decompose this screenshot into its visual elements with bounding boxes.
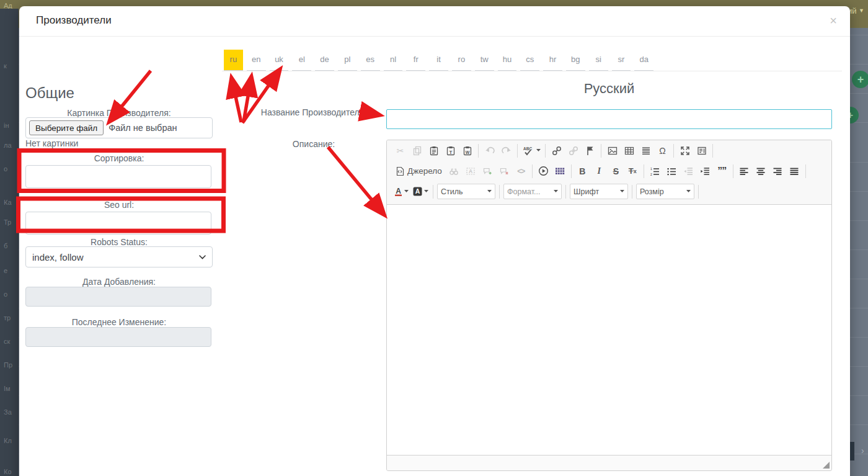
undo-icon[interactable]: [481, 143, 498, 158]
tab-hu[interactable]: hu: [498, 50, 517, 71]
copy-icon[interactable]: [409, 143, 425, 158]
source-button[interactable]: Джерело: [392, 163, 446, 179]
tab-de[interactable]: de: [315, 50, 334, 71]
date-added-input: [25, 287, 211, 307]
toolbar-separator: [673, 144, 674, 158]
sidebar-fragment: о: [4, 165, 7, 173]
caret-down-icon: ▼: [859, 7, 864, 14]
spellcheck-icon[interactable]: ABC: [520, 143, 542, 158]
toolbar-separator: [565, 185, 566, 199]
robots-status-select[interactable]: index, follow: [25, 246, 213, 267]
scayt-disable-icon[interactable]: [496, 163, 513, 179]
tab-pl[interactable]: pl: [338, 50, 357, 71]
grid-plugin-icon[interactable]: [552, 163, 569, 179]
tab-fr[interactable]: fr: [406, 50, 425, 71]
paste-from-word-icon[interactable]: W: [459, 143, 476, 158]
date-modified-input: [25, 327, 211, 347]
paste-plain-text-icon[interactable]: T: [442, 143, 459, 158]
sidebar-fragment: ін: [4, 122, 9, 129]
font-combo-label: Шрифт: [574, 187, 599, 196]
special-char-icon[interactable]: Ω: [654, 143, 671, 158]
tab-da[interactable]: da: [634, 50, 653, 71]
manufacturer-name-input[interactable]: [386, 109, 832, 129]
toolbar-separator: [601, 144, 601, 158]
code-snippet-icon[interactable]: <>: [513, 163, 529, 179]
editor-statusbar: [387, 455, 831, 470]
tab-ru[interactable]: ru: [224, 50, 243, 71]
show-blocks-icon[interactable]: [693, 143, 710, 158]
toolbar-separator: [712, 144, 713, 158]
tab-es[interactable]: es: [361, 50, 380, 71]
modal-title: Производители: [36, 14, 112, 27]
font-combo[interactable]: Шрифт: [570, 184, 628, 199]
align-center-icon[interactable]: [753, 163, 769, 179]
tab-nl[interactable]: nl: [384, 50, 403, 71]
redo-icon[interactable]: [498, 143, 515, 158]
media-embed-icon[interactable]: [535, 163, 552, 179]
svg-text:A: A: [396, 187, 401, 195]
scayt-enable-icon[interactable]: [479, 163, 496, 179]
format-combo[interactable]: Формат...: [503, 184, 562, 199]
paste-icon[interactable]: [425, 143, 442, 158]
date-added-label: Дата Добавления:: [25, 277, 213, 287]
image-icon[interactable]: [604, 143, 621, 158]
replace-icon[interactable]: A: [463, 163, 479, 179]
align-justify-icon[interactable]: [786, 163, 803, 179]
sort-label: Сортировка:: [25, 153, 213, 163]
general-section-heading: Общие: [25, 84, 74, 102]
seo-url-label: Seo url:: [25, 200, 213, 210]
sidebar-fragment: Тр: [4, 218, 11, 226]
manufacturer-name-label: Название Производителя:: [246, 107, 382, 117]
tab-ro[interactable]: ro: [452, 50, 471, 71]
toolbar-separator: [571, 164, 572, 178]
maximize-icon[interactable]: [676, 143, 693, 158]
editor-content-area[interactable]: [387, 205, 831, 456]
style-combo[interactable]: Стиль: [437, 184, 495, 199]
tab-si[interactable]: si: [589, 50, 608, 71]
seo-url-input[interactable]: [25, 212, 211, 235]
tab-bg[interactable]: bg: [566, 50, 585, 71]
caret-down-icon: [620, 190, 624, 193]
tab-uk[interactable]: uk: [270, 50, 289, 71]
bulleted-list-icon[interactable]: [663, 163, 680, 179]
numbered-list-icon[interactable]: 12: [647, 163, 663, 179]
resize-handle[interactable]: [823, 462, 830, 469]
tab-en[interactable]: en: [247, 50, 266, 71]
indent-icon[interactable]: [697, 163, 714, 179]
source-icon: [396, 166, 404, 176]
find-icon[interactable]: [446, 163, 463, 179]
tab-cs[interactable]: cs: [520, 50, 539, 71]
unlink-icon[interactable]: [565, 143, 582, 158]
table-icon[interactable]: [621, 143, 637, 158]
size-combo-label: Розмір: [640, 187, 664, 196]
sidebar-fragment: тр: [4, 314, 11, 321]
outdent-icon[interactable]: [680, 163, 697, 179]
add-button-background[interactable]: +: [852, 71, 868, 88]
bold-button[interactable]: B: [574, 163, 591, 179]
tab-tw[interactable]: tw: [475, 50, 494, 71]
close-icon[interactable]: ×: [825, 12, 841, 29]
align-right-icon[interactable]: [769, 163, 786, 179]
bg-color-button[interactable]: A: [410, 184, 430, 199]
format-combo-label: Формат...: [507, 187, 540, 196]
tab-hr[interactable]: hr: [543, 50, 562, 71]
tab-it[interactable]: it: [429, 50, 448, 71]
choose-file-button[interactable]: Выберите файл: [29, 120, 104, 135]
file-input[interactable]: Выберите файл Файл не выбран: [25, 117, 213, 138]
italic-button[interactable]: I: [591, 163, 608, 179]
remove-format-button[interactable]: Tx: [624, 163, 641, 179]
size-combo[interactable]: Розмір: [636, 184, 694, 199]
cut-icon[interactable]: ✂: [392, 143, 409, 158]
blockquote-button[interactable]: ””: [714, 163, 730, 179]
horizontal-rule-icon[interactable]: [637, 143, 654, 158]
tab-sr[interactable]: sr: [612, 50, 631, 71]
chevron-right-icon[interactable]: ›: [861, 446, 864, 456]
strikethrough-button[interactable]: S: [608, 163, 624, 179]
tab-el[interactable]: el: [292, 50, 311, 71]
anchor-icon[interactable]: [582, 143, 598, 158]
align-left-icon[interactable]: [736, 163, 753, 179]
sort-input[interactable]: [25, 165, 211, 188]
toolbar-separator: [632, 185, 632, 199]
text-color-button[interactable]: A: [392, 184, 410, 199]
link-icon[interactable]: [548, 143, 565, 158]
